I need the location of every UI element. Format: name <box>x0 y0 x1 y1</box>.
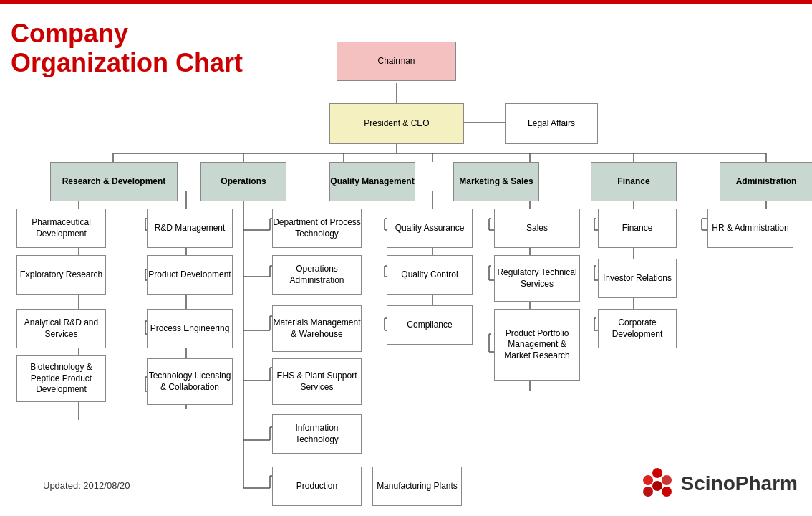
admin-dept-box: Administration <box>720 162 812 201</box>
tech-lic-box: Technology Licensing & Collaboration <box>147 358 233 405</box>
corporate-box: Corporate Development <box>598 309 677 348</box>
sales-box: Sales <box>494 209 580 248</box>
rd-mgmt-box: R&D Management <box>147 209 233 248</box>
chairman-box: Chairman <box>337 42 456 81</box>
finance-dept-box: Finance <box>591 162 677 201</box>
product-dev-box: Product Development <box>147 255 233 295</box>
svg-point-95 <box>662 487 672 497</box>
ceo-box: President & CEO <box>329 103 464 144</box>
info-tech-box: Information Technology <box>272 414 362 454</box>
regulatory-box: Regulatory Technical Services <box>494 255 580 302</box>
ppm-box: Product Portfolio Management & Market Re… <box>494 309 580 381</box>
svg-point-96 <box>652 481 662 491</box>
svg-point-94 <box>662 475 672 485</box>
production-box: Production <box>272 467 362 506</box>
ehs-box: EHS & Plant Support Services <box>272 358 362 405</box>
dept-process-box: Department of Process Technology <box>272 209 362 248</box>
svg-point-98 <box>643 487 653 497</box>
hr-admin-box: HR & Administration <box>707 209 793 248</box>
mfg-plants-box: Manufacturing Plants <box>372 467 462 506</box>
exploratory-box: Exploratory Research <box>16 255 106 295</box>
biotech-box: Biotechnology & Peptide Product Developm… <box>16 355 106 402</box>
investor-box: Investor Relations <box>598 259 677 298</box>
finance-sub-box: Finance <box>598 209 677 248</box>
pharma-dev-box: Pharmaceutical Development <box>16 209 106 248</box>
qa-box: Quality Assurance <box>387 209 473 248</box>
compliance-box: Compliance <box>387 305 473 345</box>
process-eng-box: Process Engineering <box>147 309 233 348</box>
materials-box: Materials Management & Warehouse <box>272 305 362 352</box>
updated-label: Updated: 2012/08/20 <box>43 480 130 491</box>
logo-icon <box>639 466 675 502</box>
operations-dept-box: Operations <box>200 162 286 201</box>
qc-box: Quality Control <box>387 255 473 295</box>
marketing-dept-box: Marketing & Sales <box>453 162 539 201</box>
svg-point-97 <box>643 475 653 485</box>
rd-dept-box: Research & Development <box>50 162 178 201</box>
ops-admin-box: Operations Administration <box>272 255 362 295</box>
slide: Company Organization Chart <box>0 0 812 516</box>
analytical-box: Analytical R&D and Services <box>16 309 106 348</box>
logo-text: ScinoPharm <box>681 472 798 495</box>
quality-mgmt-dept-box: Quality Management <box>329 162 415 201</box>
svg-point-93 <box>652 468 662 478</box>
legal-box: Legal Affairs <box>505 103 598 144</box>
logo: ScinoPharm <box>639 466 798 502</box>
